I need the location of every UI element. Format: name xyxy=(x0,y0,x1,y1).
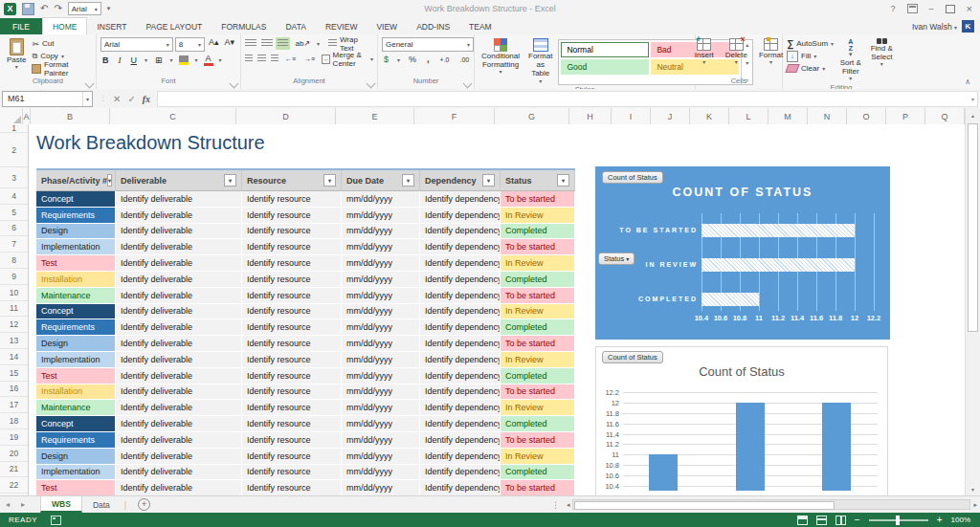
italic-button[interactable]: I xyxy=(117,55,123,65)
phase-cell[interactable]: Implementation xyxy=(36,465,116,481)
tab-review[interactable]: REVIEW xyxy=(316,18,368,34)
row-header-18[interactable]: 18 xyxy=(0,413,28,429)
dependency-cell[interactable]: Identify dependency xyxy=(420,352,501,368)
filter-dropdown-icon[interactable]: ▾ xyxy=(402,174,414,187)
align-left-icon[interactable] xyxy=(245,55,253,63)
page-break-view-icon[interactable] xyxy=(835,516,846,525)
dependency-cell[interactable]: Identify dependency xyxy=(420,191,501,208)
cell-style-good[interactable]: Good xyxy=(561,59,649,75)
due-date-cell[interactable]: mm/dd/yyyy xyxy=(342,288,420,304)
align-center-icon[interactable] xyxy=(257,55,265,63)
zoom-out-icon[interactable]: − xyxy=(855,516,860,525)
format-cells-button[interactable]: Format▾ xyxy=(756,37,786,77)
column-header-L[interactable]: L xyxy=(729,108,768,124)
resource-cell[interactable]: Identify resource xyxy=(242,239,342,255)
phase-cell[interactable]: Concept xyxy=(36,416,116,432)
tab-home[interactable]: HOME xyxy=(42,17,88,34)
due-date-cell[interactable]: mm/dd/yyyy xyxy=(342,304,420,320)
borders-button[interactable]: ⊞ xyxy=(153,55,165,65)
select-all-corner[interactable] xyxy=(0,108,23,124)
deliverable-cell[interactable]: Identify deliverable xyxy=(116,304,242,320)
horizontal-scrollbar[interactable] xyxy=(572,499,970,510)
phase-cell[interactable]: Test xyxy=(36,480,116,495)
column-header-O[interactable]: O xyxy=(847,108,886,124)
column-header-N[interactable]: N xyxy=(808,108,847,124)
autosum-button[interactable]: ∑AutoSum▾ xyxy=(787,37,834,50)
dependency-cell[interactable]: Identify dependency xyxy=(420,319,501,336)
pivot-field-button[interactable]: Count of Status xyxy=(602,171,663,184)
dependency-cell[interactable]: Identify dependency xyxy=(420,449,501,465)
row-header-20[interactable]: 20 xyxy=(0,446,28,462)
minimize-icon[interactable]: – xyxy=(929,4,934,13)
qat-font-box[interactable]: Arial▾ xyxy=(68,2,101,15)
resource-cell[interactable]: Identify resource xyxy=(242,336,342,352)
format-as-table-button[interactable]: Format as Table▾ xyxy=(525,37,555,85)
row-header-15[interactable]: 15 xyxy=(0,365,28,382)
save-icon[interactable] xyxy=(22,3,34,15)
column-header-A[interactable]: A xyxy=(23,108,31,124)
column-header-Q[interactable]: Q xyxy=(925,108,965,124)
deliverable-cell[interactable]: Identify deliverable xyxy=(116,239,242,255)
decrease-decimal-button[interactable]: .00 xyxy=(458,56,472,63)
font-family-select[interactable]: Arial▾ xyxy=(100,37,173,52)
resource-cell[interactable]: Identify resource xyxy=(242,208,342,224)
help-icon[interactable]: ? xyxy=(891,4,896,13)
deliverable-cell[interactable]: Identify deliverable xyxy=(116,449,242,465)
row-header-17[interactable]: 17 xyxy=(0,397,28,413)
filter-dropdown-icon[interactable]: ▾ xyxy=(482,174,495,187)
due-date-cell[interactable]: mm/dd/yyyy xyxy=(342,416,420,432)
align-middle-icon[interactable] xyxy=(261,39,273,48)
dependency-cell[interactable]: Identify dependency xyxy=(420,368,501,384)
resource-cell[interactable]: Identify resource xyxy=(242,449,342,465)
alignment-dialog-launcher[interactable] xyxy=(367,79,376,89)
phase-cell[interactable]: Test xyxy=(36,255,116,272)
deliverable-cell[interactable]: Identify deliverable xyxy=(116,272,242,288)
phase-cell[interactable]: Design xyxy=(36,224,116,240)
new-sheet-icon[interactable]: + xyxy=(138,498,150,511)
resource-cell[interactable]: Identify resource xyxy=(242,288,342,304)
vertical-scroll-thumb[interactable] xyxy=(968,123,978,332)
orientation-button[interactable]: ab↗ xyxy=(293,39,312,48)
font-color-button[interactable]: A xyxy=(204,54,213,66)
deliverable-cell[interactable]: Identify deliverable xyxy=(116,208,242,224)
name-box-dropdown-icon[interactable]: ▾ xyxy=(82,92,92,106)
due-date-cell[interactable]: mm/dd/yyyy xyxy=(342,336,420,352)
grow-font-button[interactable]: A▴ xyxy=(207,37,221,52)
number-dialog-launcher[interactable] xyxy=(463,79,473,89)
find-select-button[interactable]: Find & Select▾ xyxy=(868,37,896,83)
status-cell[interactable]: Completed xyxy=(501,224,575,240)
resource-cell[interactable]: Identify resource xyxy=(242,400,342,416)
collapse-ribbon-icon[interactable]: ∧ xyxy=(965,77,970,86)
resource-cell[interactable]: Identify resource xyxy=(242,272,342,288)
filter-dropdown-icon[interactable]: ▾ xyxy=(107,174,112,187)
fill-button[interactable]: ↓Fill▾ xyxy=(787,50,834,62)
dependency-cell[interactable]: Identify dependency xyxy=(420,224,501,240)
column-header-J[interactable]: J xyxy=(651,108,690,124)
font-size-select[interactable]: 8▾ xyxy=(175,37,205,52)
phase-cell[interactable]: Concept xyxy=(36,304,116,320)
row-header-6[interactable]: 6 xyxy=(0,221,28,237)
deliverable-cell[interactable]: Identify deliverable xyxy=(116,319,242,336)
deliverable-cell[interactable]: Identify deliverable xyxy=(116,465,242,481)
dependency-cell[interactable]: Identify dependency xyxy=(420,432,501,449)
row-header-12[interactable]: 12 xyxy=(0,317,28,333)
column-header-F[interactable]: F xyxy=(414,108,495,124)
chart-field-button[interactable]: Count of Status xyxy=(602,351,663,363)
dependency-cell[interactable]: Identify dependency xyxy=(420,384,501,401)
column-header-D[interactable]: D xyxy=(236,108,336,124)
filter-dropdown-icon[interactable]: ▾ xyxy=(323,174,336,187)
column-header-C[interactable]: C xyxy=(110,108,236,124)
status-cell[interactable]: To be started xyxy=(501,239,575,255)
resource-cell[interactable]: Identify resource xyxy=(242,416,342,432)
dependency-cell[interactable]: Identify dependency xyxy=(420,239,501,255)
zoom-in-icon[interactable]: + xyxy=(937,516,943,525)
align-right-icon[interactable] xyxy=(271,55,278,63)
formula-bar-expand-icon[interactable]: ▾ xyxy=(971,96,977,102)
normal-view-icon[interactable] xyxy=(797,516,808,525)
status-cell[interactable]: Completed xyxy=(501,465,575,481)
row-header-8[interactable]: 8 xyxy=(0,253,28,269)
resource-cell[interactable]: Identify resource xyxy=(242,191,342,208)
deliverable-cell[interactable]: Identify deliverable xyxy=(116,384,242,401)
status-cell[interactable]: In Review xyxy=(501,400,575,416)
dependency-cell[interactable]: Identify dependency xyxy=(420,255,501,272)
